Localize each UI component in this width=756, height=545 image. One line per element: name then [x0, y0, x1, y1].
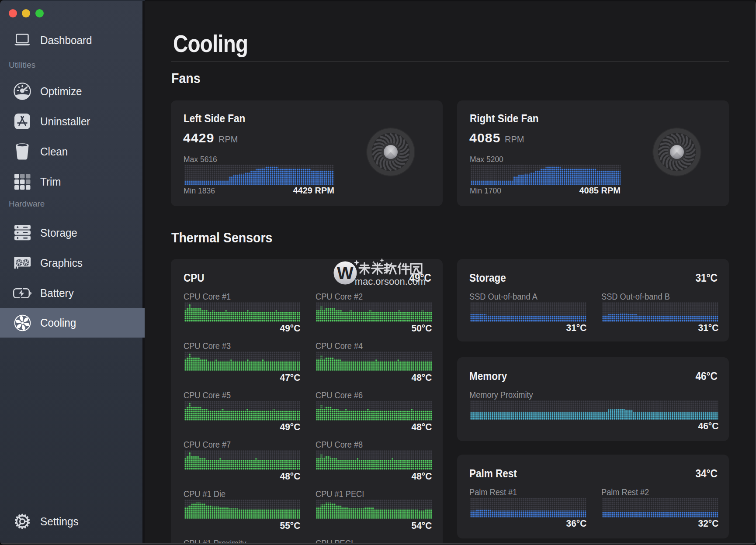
- svg-text:mac.orsoon.com: mac.orsoon.com: [355, 276, 426, 287]
- svg-text:W: W: [337, 263, 354, 283]
